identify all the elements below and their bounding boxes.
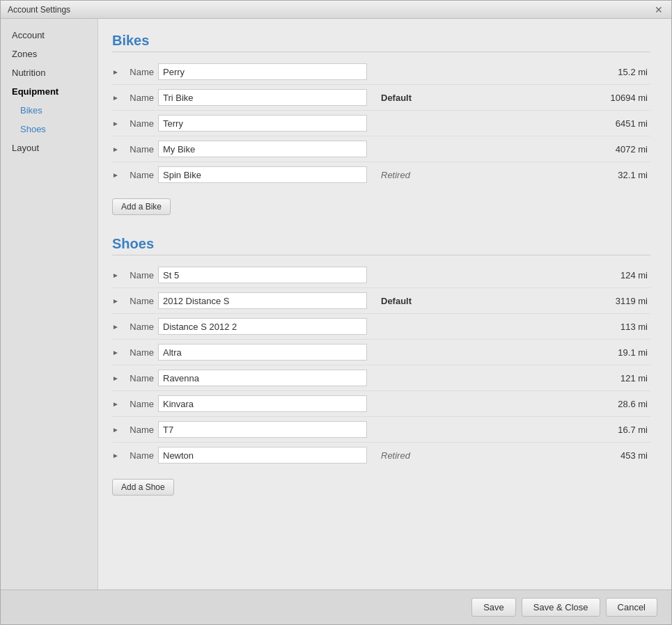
name-label: Name [126,322,154,332]
status-badge: Retired [381,450,410,461]
expand-arrow-icon[interactable]: ► [112,297,126,305]
sidebar-item-equipment[interactable]: Equipment [1,82,97,101]
shoes-section-title: Shoes [112,236,650,252]
table-row: ► Name 15.2 mi [112,59,650,85]
app-window: Account Settings ✕ Account Zones Nutriti… [0,0,672,625]
name-label: Name [126,170,154,180]
shoes-section: Shoes ► Name 124 mi ► Name Default 3119 … [112,236,650,496]
name-label: Name [126,270,154,280]
mileage-value: 10694 mi [611,93,650,103]
bike-name-input[interactable] [158,63,367,80]
mileage-value: 121 mi [620,373,650,383]
mileage-value: 453 mi [620,450,650,461]
shoe-name-input[interactable] [158,447,367,464]
expand-arrow-icon[interactable]: ► [112,323,126,331]
shoes-rows: ► Name 124 mi ► Name Default 3119 mi ► N… [112,262,650,468]
add-shoe-button[interactable]: Add a Shoe [112,479,174,496]
bike-name-input[interactable] [158,115,367,132]
bikes-section-title: Bikes [112,33,650,49]
expand-arrow-icon[interactable]: ► [112,68,126,76]
main-container: Account Zones Nutrition Equipment Bikes … [1,19,671,590]
table-row: ► Name 113 mi [112,314,650,340]
shoes-divider [112,255,650,255]
save-button[interactable]: Save [471,598,516,617]
table-row: ► Name 6451 mi [112,111,650,136]
expand-arrow-icon[interactable]: ► [112,374,126,382]
name-label: Name [126,67,154,77]
footer: Save Save & Close Cancel [1,590,671,624]
mileage-value: 113 mi [620,322,650,332]
name-label: Name [126,373,154,383]
shoe-name-input[interactable] [158,421,367,438]
sidebar-item-shoes[interactable]: Shoes [1,120,97,139]
titlebar: Account Settings ✕ [1,1,671,19]
close-button[interactable]: ✕ [653,4,664,15]
sidebar-item-nutrition[interactable]: Nutrition [1,63,97,82]
status-badge: Default [381,93,412,103]
mileage-value: 32.1 mi [618,170,650,180]
bikes-section: Bikes ► Name 15.2 mi ► Name Default 1069… [112,33,650,215]
bikes-rows: ► Name 15.2 mi ► Name Default 10694 mi ►… [112,59,650,187]
name-label: Name [126,144,154,155]
table-row: ► Name Default 10694 mi [112,85,650,111]
shoe-name-input[interactable] [158,395,367,412]
expand-arrow-icon[interactable]: ► [112,452,126,459]
name-label: Name [126,399,154,409]
shoe-name-input[interactable] [158,318,367,335]
mileage-value: 3119 mi [616,296,650,306]
mileage-value: 16.7 mi [618,425,650,435]
expand-arrow-icon[interactable]: ► [112,94,126,102]
expand-arrow-icon[interactable]: ► [112,400,126,408]
shoe-name-input[interactable] [158,267,367,283]
sidebar-item-account[interactable]: Account [1,26,97,45]
expand-arrow-icon[interactable]: ► [112,349,126,356]
mileage-value: 6451 mi [616,118,650,129]
name-label: Name [126,425,154,435]
mileage-value: 124 mi [620,270,650,280]
shoe-name-input[interactable] [158,370,367,386]
name-label: Name [126,450,154,461]
sidebar-item-bikes[interactable]: Bikes [1,101,97,120]
table-row: ► Name 28.6 mi [112,391,650,417]
table-row: ► Name Retired 453 mi [112,443,650,468]
bike-name-input[interactable] [158,141,367,157]
table-row: ► Name 124 mi [112,262,650,288]
sidebar-item-layout[interactable]: Layout [1,139,97,157]
table-row: ► Name Default 3119 mi [112,288,650,314]
bikes-divider [112,52,650,52]
cancel-button[interactable]: Cancel [606,598,657,617]
name-label: Name [126,296,154,306]
mileage-value: 4072 mi [616,144,650,155]
expand-arrow-icon[interactable]: ► [112,145,126,153]
bike-name-input[interactable] [158,89,367,106]
sidebar-item-zones[interactable]: Zones [1,45,97,63]
bike-name-input[interactable] [158,166,367,183]
table-row: ► Name Retired 32.1 mi [112,162,650,187]
shoe-name-input[interactable] [158,344,367,361]
save-close-button[interactable]: Save & Close [522,598,600,617]
sidebar: Account Zones Nutrition Equipment Bikes … [1,19,98,590]
status-badge: Retired [381,170,410,180]
expand-arrow-icon[interactable]: ► [112,171,126,179]
name-label: Name [126,93,154,103]
content-area: Bikes ► Name 15.2 mi ► Name Default 1069… [98,19,671,590]
name-label: Name [126,118,154,129]
table-row: ► Name 16.7 mi [112,417,650,443]
mileage-value: 19.1 mi [618,347,650,358]
shoe-name-input[interactable] [158,292,367,309]
mileage-value: 15.2 mi [618,67,650,77]
table-row: ► Name 121 mi [112,365,650,391]
add-bike-button[interactable]: Add a Bike [112,198,171,215]
status-badge: Default [381,296,412,306]
name-label: Name [126,347,154,358]
expand-arrow-icon[interactable]: ► [112,271,126,279]
window-title: Account Settings [8,5,653,15]
mileage-value: 28.6 mi [618,399,650,409]
table-row: ► Name 19.1 mi [112,340,650,365]
table-row: ► Name 4072 mi [112,136,650,162]
expand-arrow-icon[interactable]: ► [112,426,126,434]
expand-arrow-icon[interactable]: ► [112,120,126,127]
